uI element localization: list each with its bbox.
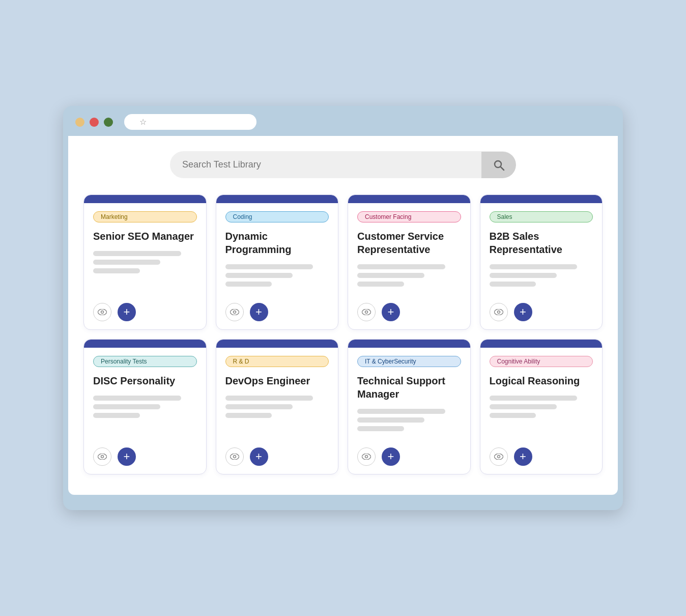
card-line	[93, 260, 160, 265]
card-line	[93, 413, 140, 418]
card-lines	[225, 264, 329, 287]
card-footer: +	[480, 303, 603, 329]
eye-icon	[230, 454, 239, 460]
search-icon	[493, 159, 505, 171]
card-line	[357, 273, 424, 278]
card-title: DISC Personality	[93, 374, 197, 387]
card-line	[490, 273, 557, 278]
card-7: Cognitive Ability Logical Reasoning +	[480, 339, 603, 474]
card-footer: +	[84, 447, 206, 474]
add-button[interactable]: +	[118, 303, 136, 321]
traffic-light-yellow[interactable]	[75, 118, 84, 127]
card-footer: +	[348, 303, 470, 329]
card-line	[93, 404, 160, 409]
add-button[interactable]: +	[250, 447, 268, 466]
card-body: Customer Facing Customer Service Represe…	[348, 203, 470, 303]
card-header	[480, 195, 603, 203]
search-bar	[170, 151, 516, 178]
card-footer: +	[216, 303, 338, 329]
traffic-light-red[interactable]	[90, 118, 99, 127]
card-tag: R & D	[225, 356, 329, 367]
card-body: Sales B2B Sales Representative	[480, 203, 603, 303]
card-footer: +	[216, 447, 338, 474]
card-tag: IT & CyberSecurity	[357, 356, 461, 367]
card-tag: Marketing	[93, 211, 197, 222]
card-3: Sales B2B Sales Representative +	[480, 194, 603, 330]
add-button[interactable]: +	[118, 447, 136, 466]
card-footer: +	[348, 447, 470, 474]
card-line	[357, 264, 445, 269]
card-line	[225, 273, 293, 278]
address-bar: ☆	[124, 114, 256, 130]
search-button[interactable]	[481, 152, 516, 178]
card-title: DevOps Engineer	[225, 374, 329, 387]
eye-icon	[494, 454, 503, 460]
svg-point-7	[233, 456, 236, 458]
plus-icon: +	[388, 305, 394, 319]
svg-point-8	[365, 456, 368, 458]
card-0: Marketing Senior SEO Manager +	[83, 194, 207, 330]
preview-button[interactable]	[225, 303, 244, 321]
card-lines	[93, 251, 197, 287]
card-tag: Coding	[225, 211, 329, 222]
preview-button[interactable]	[225, 447, 244, 466]
card-line	[93, 251, 181, 256]
card-title: Dynamic Programming	[225, 230, 329, 256]
svg-point-4	[365, 311, 368, 314]
card-line	[357, 409, 445, 414]
eye-icon	[98, 309, 107, 315]
browser-content: Marketing Senior SEO Manager + Coding Dy…	[68, 136, 618, 495]
card-lines	[357, 264, 461, 287]
card-line	[357, 426, 404, 431]
preview-button[interactable]	[93, 447, 111, 466]
card-tag: Personality Tests	[93, 356, 197, 367]
svg-point-5	[497, 311, 500, 314]
browser-titlebar: ☆	[63, 106, 623, 136]
card-title: Logical Reasoning	[490, 374, 593, 387]
add-button[interactable]: +	[250, 303, 268, 321]
card-header	[480, 340, 603, 348]
traffic-light-green[interactable]	[104, 118, 113, 127]
eye-icon	[230, 309, 239, 315]
add-button[interactable]: +	[514, 303, 532, 321]
card-line	[490, 413, 536, 418]
card-header	[216, 195, 338, 203]
eye-icon	[494, 309, 503, 315]
bookmark-icon[interactable]: ☆	[139, 117, 147, 127]
plus-icon: +	[255, 305, 262, 319]
card-lines	[357, 409, 461, 431]
card-line	[225, 282, 272, 287]
preview-button[interactable]	[490, 303, 508, 321]
card-body: Marketing Senior SEO Manager	[84, 203, 206, 303]
eye-icon	[362, 309, 371, 315]
preview-button[interactable]	[93, 303, 111, 321]
card-footer: +	[480, 447, 603, 474]
card-4: Personality Tests DISC Personality +	[83, 339, 207, 474]
search-input[interactable]	[170, 151, 481, 178]
card-tag: Customer Facing	[357, 211, 461, 222]
preview-button[interactable]	[357, 303, 376, 321]
card-title: Customer Service Representative	[357, 230, 461, 256]
card-body: Coding Dynamic Programming	[216, 203, 338, 303]
card-header	[348, 195, 470, 203]
card-footer: +	[84, 303, 206, 329]
preview-button[interactable]	[490, 447, 508, 466]
card-body: IT & CyberSecurity Technical Support Man…	[348, 348, 470, 447]
card-body: R & D DevOps Engineer	[216, 348, 338, 447]
card-header	[84, 195, 206, 203]
plus-icon: +	[255, 450, 262, 463]
svg-point-2	[101, 311, 104, 314]
card-body: Personality Tests DISC Personality	[84, 348, 206, 447]
preview-button[interactable]	[357, 447, 376, 466]
add-button[interactable]: +	[382, 303, 400, 321]
browser-window: ☆ Marketing Senior SEO Manager	[63, 106, 623, 510]
add-button[interactable]: +	[514, 447, 532, 466]
card-title: Senior SEO Manager	[93, 230, 197, 243]
svg-line-1	[501, 166, 504, 170]
plus-icon: +	[388, 450, 394, 463]
card-title: B2B Sales Representative	[490, 230, 593, 256]
add-button[interactable]: +	[382, 447, 400, 466]
card-line	[357, 282, 404, 287]
plus-icon: +	[520, 305, 526, 319]
card-line	[225, 404, 293, 409]
